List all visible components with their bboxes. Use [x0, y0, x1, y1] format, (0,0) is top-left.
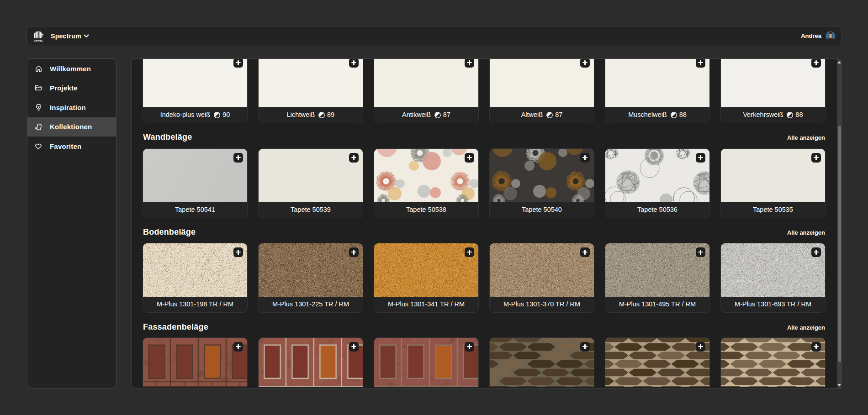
svg-text:CAPAROL: CAPAROL [34, 39, 43, 42]
